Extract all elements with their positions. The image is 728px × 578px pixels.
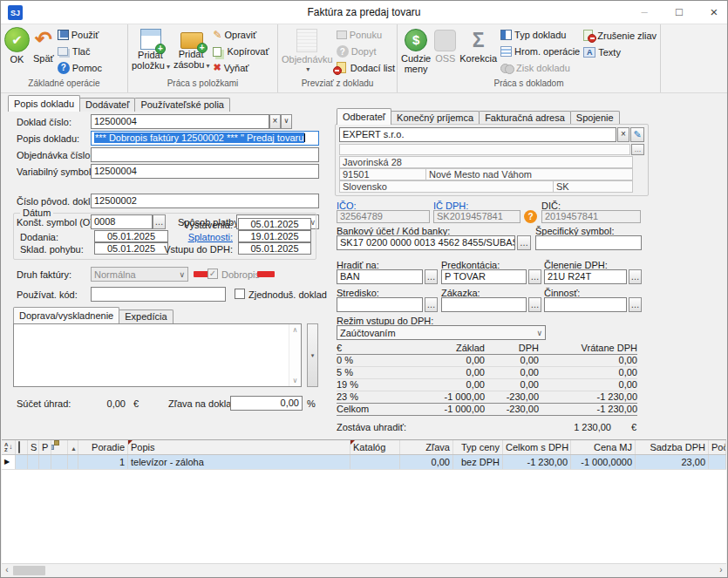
close-button[interactable]: ×	[701, 3, 727, 21]
partner-edit-button[interactable]: ✎	[630, 127, 644, 142]
minimize-button[interactable]: –	[631, 3, 657, 21]
tree-column-header[interactable]	[51, 440, 68, 454]
predkontacia-input[interactable]: P TOVAR	[441, 269, 527, 284]
doklad-cislo-dropdown-button[interactable]: ∨	[281, 114, 292, 129]
transport-textarea[interactable]: ∧ ∨	[13, 323, 302, 387]
correction-button[interactable]: Σ Korekcia	[458, 25, 499, 78]
katalog-header[interactable]: Katalóg	[350, 440, 400, 454]
objednavka-cislo-input[interactable]	[91, 147, 319, 162]
hradit-lookup-button[interactable]: …	[425, 269, 438, 284]
add-stock-button[interactable]: + Pridať zásobu▾	[172, 25, 212, 78]
tab-dodavatel[interactable]: Dodávateľ	[79, 98, 135, 112]
predkontacia-lookup-button[interactable]: …	[528, 269, 541, 284]
transport-expand-button[interactable]: ▾	[307, 323, 318, 387]
tab-doprava-vyskladnenie[interactable]: Doprava/vyskladnenie	[13, 307, 119, 323]
bank-lookup-button[interactable]: …	[517, 235, 531, 250]
tab-odberatel[interactable]: Odberateľ	[337, 108, 391, 125]
doklad-cislo-clear-button[interactable]: ×	[269, 114, 281, 129]
tab-spojenie[interactable]: Spojenie	[570, 111, 620, 125]
print-button[interactable]: Tlač	[58, 44, 102, 60]
scroll-right-icon[interactable]: ›	[716, 564, 726, 576]
typ-ceny-header[interactable]: Typ ceny	[453, 440, 503, 454]
partner-country-field[interactable]: Slovensko	[339, 180, 554, 193]
cinnost-lookup-button[interactable]: …	[629, 297, 642, 312]
vstup-dph-input[interactable]: 05.01.2025	[238, 242, 311, 255]
remove-item-button[interactable]: ✖ Vyňať	[213, 59, 269, 76]
zakazka-input[interactable]	[441, 297, 527, 312]
doklad-cislo-input[interactable]: 12500004	[91, 114, 269, 129]
tab-popis-dokladu[interactable]: Popis dokladu	[8, 95, 80, 112]
document-type-button[interactable]: Typ dokladu	[500, 27, 580, 44]
s-column-header[interactable]: S	[28, 440, 39, 454]
tab-pouzivatelske-polia[interactable]: Používateľské polia	[134, 98, 230, 112]
back-button[interactable]: ↶ Späť	[31, 25, 56, 78]
partner-zip-field[interactable]: 91501	[339, 168, 426, 180]
bank-input[interactable]: SK17 0200 0000 0013 4562 8455/SUBASKBX	[337, 235, 515, 250]
popis-header[interactable]: Popis	[128, 440, 350, 454]
p-column-header[interactable]: P	[39, 440, 51, 454]
ok-button[interactable]: ✔ OK	[3, 25, 31, 78]
textarea-scrollbar[interactable]: ∧ ∨	[289, 324, 301, 386]
popis-dokladu-input[interactable]: *** Dobropis faktúry 12500002 *** " Pred…	[91, 131, 319, 146]
dic-field: 2019457841	[541, 210, 641, 223]
celkom-s-dph-header[interactable]: Celkom s DPH	[503, 440, 571, 454]
oss-button[interactable]: OSS	[432, 25, 458, 78]
document-profit-button[interactable]: Zisk dokladu	[500, 59, 580, 76]
cena-mj-header[interactable]: Cena MJ	[571, 440, 636, 454]
edit-item-button[interactable]: ✎ Opraviť	[213, 27, 269, 44]
dobropis-checkbox[interactable]: ✓	[208, 269, 218, 279]
vystavenia-input[interactable]: 05.01.2025	[238, 218, 311, 230]
table-row[interactable]: ▶ 1 televízor - záloha 0,00 bez DPH -1 2…	[2, 455, 726, 470]
inquiry-takeover-button[interactable]: ? Dopyt	[337, 44, 395, 60]
order-takeover-button[interactable]: Objednávku ▾	[280, 25, 335, 78]
hradit-input[interactable]: BAN	[337, 269, 423, 284]
tab-fakturacna-adresa[interactable]: Fakturačná adresa	[479, 111, 571, 125]
pouzivat-kod-input[interactable]	[91, 287, 226, 302]
sort-asc-header[interactable]: ▲	[68, 440, 78, 454]
apply-button[interactable]: Použiť	[58, 27, 102, 44]
specificky-input[interactable]	[535, 235, 642, 250]
partner-name2-input[interactable]	[339, 144, 630, 155]
partner-name2-lookup-button[interactable]: …	[631, 144, 644, 155]
texts-button[interactable]: A Texty	[583, 44, 657, 60]
partner-name-input[interactable]: EXPERT s.r.o.	[339, 127, 616, 142]
druh-faktury-combo[interactable]: Normálna∨	[91, 267, 188, 282]
copy-item-button[interactable]: Kopírovať	[213, 44, 269, 60]
stredisko-input[interactable]	[337, 297, 423, 312]
cancel-discounts-button[interactable]: Zrušenie zliav	[583, 27, 657, 44]
cislo-povod-input[interactable]: 12500002	[91, 194, 319, 208]
zlava-header[interactable]: Zľava	[400, 440, 453, 454]
vat-check-question-icon[interactable]: ?	[524, 210, 537, 223]
zakazka-lookup-button[interactable]: …	[528, 297, 541, 312]
zjednodus-checkbox[interactable]	[235, 289, 245, 299]
tab-expedicia[interactable]: Expedícia	[119, 309, 173, 323]
stredisko-lookup-button[interactable]: …	[425, 297, 438, 312]
offer-takeover-button[interactable]: Ponuku	[337, 27, 395, 44]
variabilny-symbol-input[interactable]: 12500004	[91, 164, 319, 179]
help-button[interactable]: ? Pomoc	[58, 59, 102, 76]
clenenie-input[interactable]: 21U R24T	[544, 269, 627, 284]
tab-konecny-prijemca[interactable]: Konečný príjemca	[391, 111, 480, 125]
cinnost-input[interactable]	[544, 297, 627, 312]
maximize-button[interactable]: □	[666, 3, 692, 21]
sort-az-header[interactable]: AZ ↓	[2, 440, 16, 454]
splatnosti-input[interactable]: 19.01.2025	[238, 230, 311, 242]
scroll-left-icon[interactable]: ‹	[2, 564, 12, 576]
poradie-header[interactable]: Poradie	[78, 440, 128, 454]
partner-country-code-field[interactable]: SK	[553, 180, 633, 193]
add-item-button[interactable]: + Pridať položku▾	[130, 25, 172, 78]
partner-clear-button[interactable]: ×	[617, 127, 629, 142]
partner-street-field[interactable]: Javorinská 28	[339, 156, 633, 168]
horizontal-scrollbar[interactable]: ‹ ›	[2, 563, 726, 576]
rezim-combo[interactable]: Zaúčtovaním∨	[337, 325, 546, 340]
clenenie-lookup-button[interactable]: …	[629, 269, 642, 284]
zlava-input[interactable]: 0,00	[230, 396, 303, 411]
scrollbar-thumb[interactable]	[13, 566, 45, 575]
partner-city-field[interactable]: Nové Mesto nad Váhom	[425, 168, 633, 180]
pocet-header[interactable]: Počet	[709, 440, 726, 454]
attachment-header[interactable]	[16, 440, 28, 454]
foreign-currency-button[interactable]: $ Cudzie meny	[399, 25, 432, 78]
bulk-operations-button[interactable]: Hrom. operácie	[500, 44, 580, 60]
delivery-note-button[interactable]: Dodací list	[337, 59, 395, 76]
sadzba-dph-header[interactable]: Sadzba DPH	[636, 440, 709, 454]
